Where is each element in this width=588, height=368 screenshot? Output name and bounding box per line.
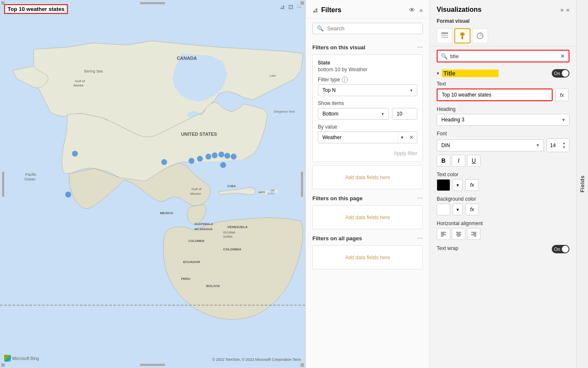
svg-point-30 <box>72 151 78 157</box>
svg-text:Gulf of: Gulf of <box>191 187 201 191</box>
by-value-label: By value <box>318 124 417 130</box>
by-value-chevron[interactable]: ▾ <box>398 132 406 143</box>
svg-rect-40 <box>441 32 448 34</box>
bg-color-chevron[interactable]: ▾ <box>453 204 463 215</box>
title-text-label: Text <box>437 81 569 87</box>
map-resize-handle-right[interactable] <box>301 172 303 197</box>
title-font-label: Font <box>437 131 569 137</box>
svg-point-37 <box>224 153 230 159</box>
italic-button[interactable]: I <box>452 155 465 167</box>
align-left-button[interactable] <box>437 228 450 240</box>
viz-search-clear-icon[interactable]: ✕ <box>560 53 565 59</box>
show-items-label: Show items <box>318 100 417 106</box>
eye-icon[interactable]: 👁 <box>409 6 415 13</box>
filters-page-section-header: Filters on this page ··· <box>312 194 423 202</box>
bg-color-row: ▾ fx <box>437 204 569 215</box>
text-color-swatch[interactable] <box>437 179 450 191</box>
format-tab-paint[interactable] <box>454 28 470 43</box>
underline-button[interactable]: U <box>467 155 481 167</box>
focus-icon[interactable]: ⊡ <box>288 3 293 10</box>
show-items-chevron: ▾ <box>381 111 384 117</box>
viz-body: 🔍 ✕ ▾ Title On Text fx <box>430 46 576 368</box>
h-align-row <box>437 228 569 240</box>
title-toggle-label: On <box>554 71 560 76</box>
title-font-prop: Font DIN ▾ 14 ▲ ▼ B <box>437 131 569 167</box>
title-font-size-input[interactable]: 14 ▲ ▼ <box>546 138 569 152</box>
viz-search-inner: 🔍 ✕ <box>438 51 569 62</box>
title-section-chevron: ▾ <box>437 70 439 76</box>
more-options-icon[interactable]: ··· <box>297 3 302 10</box>
text-wrap-toggle[interactable]: On <box>552 245 569 253</box>
title-text-fx-button[interactable]: fx <box>555 89 569 101</box>
bg-color-swatch[interactable] <box>437 204 450 215</box>
filters-search-input[interactable] <box>327 25 418 32</box>
title-heading-select[interactable]: Heading 3 ▾ <box>437 114 569 126</box>
filters-page-more-icon[interactable]: ··· <box>417 194 423 202</box>
format-tab-table[interactable] <box>437 28 453 43</box>
bg-color-prop: Background color ▾ fx <box>437 196 569 215</box>
svg-rect-41 <box>441 35 448 36</box>
align-center-button[interactable] <box>452 228 465 240</box>
filters-search-box[interactable]: 🔍 <box>312 23 423 34</box>
svg-text:CUBA: CUBA <box>227 185 236 188</box>
title-section-header[interactable]: ▾ Title On <box>437 66 569 81</box>
filters-all-section-header: Filters on all pages ··· <box>312 234 423 242</box>
show-items-row: Show items Bottom ▾ <box>318 100 417 120</box>
title-toggle[interactable]: On <box>552 69 569 78</box>
by-value-select[interactable]: Weather ▾ ✕ <box>318 132 417 143</box>
map-copyright: © 2022 TomTom, © 2022 Microsoft Corporat… <box>212 357 301 362</box>
font-size-down[interactable]: ▼ <box>562 145 566 149</box>
by-value-clear[interactable]: ✕ <box>406 132 417 143</box>
filter-funnel-icon: ⊿ <box>312 6 318 14</box>
font-size-up[interactable]: ▲ <box>562 141 566 145</box>
text-color-fx-button[interactable]: fx <box>465 179 479 191</box>
svg-point-29 <box>65 191 71 197</box>
map-resize-corner-bl[interactable] <box>1 363 5 367</box>
title-text-prop: Text fx <box>437 81 569 101</box>
add-fields-page-card[interactable]: Add data fields here <box>312 205 423 229</box>
add-fields-visual-card[interactable]: Add data fields here <box>312 165 423 189</box>
filter-icon[interactable]: ⊿ <box>280 3 285 10</box>
viz-expand-icon[interactable]: » <box>560 6 564 13</box>
fields-sidebar[interactable]: Fields <box>576 0 588 368</box>
fields-label[interactable]: Fields <box>579 175 585 193</box>
chevron-right-icon[interactable]: » <box>419 7 423 13</box>
format-tab-analytics[interactable] <box>472 28 488 43</box>
filter-type-info[interactable]: i <box>342 77 348 83</box>
add-fields-visual-text: Add data fields here <box>345 175 390 180</box>
bold-button[interactable]: B <box>437 155 450 167</box>
map-resize-handle-left[interactable] <box>2 172 4 197</box>
filter-type-label: Filter type i <box>318 77 417 83</box>
search-icon: 🔍 <box>317 25 324 32</box>
title-toggle-circle <box>562 70 569 77</box>
map-resize-handle-bottom[interactable] <box>140 364 165 366</box>
map-resize-handle-top[interactable] <box>140 2 165 4</box>
viz-header-icons: » « <box>560 6 569 13</box>
text-color-chevron[interactable]: ▾ <box>453 179 463 191</box>
filter-type-select[interactable]: Top N ▾ <box>318 84 417 96</box>
svg-text:(U.S.): (U.S.) <box>268 192 274 195</box>
viz-search-icon: 🔍 <box>441 53 448 59</box>
filter-card-state: State bottom 10 by Weather Filter type i… <box>312 54 423 162</box>
title-text-input[interactable] <box>437 89 553 101</box>
title-font-select[interactable]: DIN ▾ <box>437 140 544 151</box>
align-right-button[interactable] <box>467 228 481 240</box>
svg-text:Alaska: Alaska <box>73 83 83 87</box>
filter-card-state-subtitle: bottom 10 by Weather <box>318 67 417 73</box>
filters-all-more-icon[interactable]: ··· <box>417 234 423 242</box>
bg-color-fx-button[interactable]: fx <box>465 204 479 215</box>
text-wrap-toggle-circle <box>562 246 569 252</box>
text-wrap-toggle-label: On <box>554 247 560 252</box>
show-items-direction-select[interactable]: Bottom ▾ <box>318 108 389 120</box>
format-visual-label: Format visual <box>437 18 470 24</box>
viz-collapse-icon[interactable]: « <box>566 6 569 13</box>
filter-type-chevron: ▾ <box>410 88 413 93</box>
add-fields-all-card[interactable]: Add data fields here <box>312 245 423 269</box>
viz-search-input[interactable] <box>450 53 558 59</box>
apply-filter-button[interactable]: Apply filter <box>394 150 417 156</box>
show-items-count-input[interactable] <box>392 108 417 120</box>
filters-visual-more-icon[interactable]: ··· <box>417 43 423 51</box>
svg-point-34 <box>205 154 211 160</box>
text-wrap-label: Text wrap <box>437 245 458 251</box>
map-resize-corner-br[interactable] <box>301 363 304 367</box>
